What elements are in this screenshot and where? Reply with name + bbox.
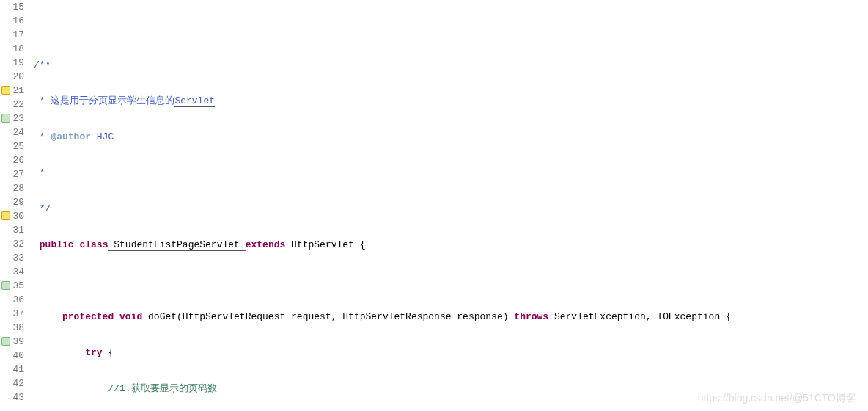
line-number: 17	[0, 28, 29, 42]
line-number: 27	[0, 167, 29, 181]
line-number: 19	[0, 56, 29, 70]
line-number: 36	[0, 293, 29, 307]
line-number: 29	[0, 195, 29, 209]
code-content[interactable]: /** * 这是用于分页显示学生信息的Servlet * @author HJC…	[29, 0, 868, 411]
line-number: 31	[0, 223, 29, 237]
code-line: */	[34, 202, 868, 216]
watermark-text: https://blog.csdn.net/@51CTO博客	[698, 392, 856, 405]
code-line	[34, 22, 868, 36]
line-number: 42	[0, 377, 29, 390]
line-number: 37	[0, 307, 29, 321]
code-editor[interactable]: 1516171819202122232425262728293031323334…	[0, 0, 868, 411]
code-line: try {	[34, 346, 868, 360]
line-number: 26	[0, 153, 29, 167]
line-number: 40	[0, 349, 29, 363]
info-marker-icon[interactable]	[1, 337, 10, 346]
line-number: 22	[0, 98, 29, 112]
line-number: 34	[0, 265, 29, 279]
code-line: * 这是用于分页显示学生信息的Servlet	[34, 94, 868, 108]
line-number: 15	[0, 0, 29, 14]
warning-marker-icon[interactable]	[1, 211, 10, 220]
code-line: /**	[34, 58, 868, 72]
code-line: protected void doGet(HttpServletRequest …	[34, 310, 868, 324]
line-number: 18	[0, 42, 29, 56]
code-line: public class StudentListPageServlet exte…	[34, 238, 868, 252]
line-number: 30	[0, 209, 29, 223]
line-number: 33	[0, 251, 29, 265]
line-number: 32	[0, 237, 29, 251]
line-number: 23	[0, 112, 29, 126]
line-number: 41	[0, 363, 29, 377]
code-line: * @author HJC	[34, 130, 868, 144]
line-number: 38	[0, 321, 29, 335]
line-number: 39	[0, 335, 29, 349]
line-number: 16	[0, 14, 29, 28]
line-number: 20	[0, 70, 29, 84]
line-number: 28	[0, 181, 29, 195]
line-number: 35	[0, 279, 29, 293]
code-line	[34, 274, 868, 288]
line-number: 21	[0, 84, 29, 98]
info-marker-icon[interactable]	[1, 281, 10, 290]
line-gutter: 1516171819202122232425262728293031323334…	[0, 0, 29, 411]
line-number: 43	[0, 390, 29, 404]
code-line: *	[34, 166, 868, 180]
info-marker-icon[interactable]	[1, 114, 10, 123]
warning-marker-icon[interactable]	[1, 86, 10, 95]
line-number: 24	[0, 126, 29, 139]
line-number: 25	[0, 139, 29, 153]
